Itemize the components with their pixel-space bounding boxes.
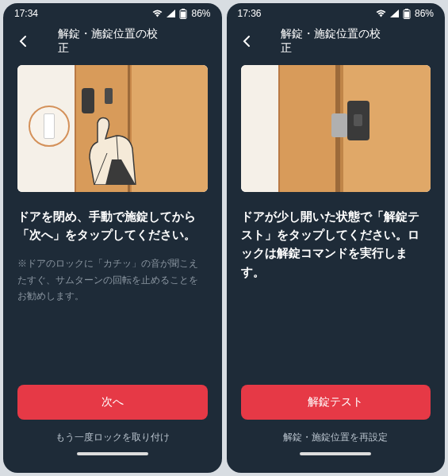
content-area: ドアを閉め、手動で施錠してから「次へ」をタップしてください。 ※ドアのロックに「…: [3, 59, 222, 473]
signal-icon: [167, 10, 175, 17]
battery-percent: 86%: [415, 8, 434, 19]
nav-handle[interactable]: [77, 452, 148, 455]
status-icons: 86%: [152, 8, 210, 19]
app-header: 解錠・施錠位置の校正: [227, 24, 446, 59]
wifi-icon: [376, 10, 386, 17]
page-title: 解錠・施錠位置の校正: [58, 27, 167, 56]
status-icons: 86%: [376, 8, 434, 19]
status-bar: 17:34 86%: [3, 3, 222, 24]
instruction-sub: ※ドアのロックに「カチッ」の音が聞こえたすぐ、サムターンの回転を止めることをお勧…: [17, 255, 208, 304]
content-area: ドアが少し開いた状態で「解錠テスト」をタップしてください。ロックは解錠コマンドを…: [227, 59, 446, 473]
illustration-door-ajar: [241, 65, 431, 192]
wifi-icon: [152, 10, 163, 17]
battery-icon: [179, 9, 187, 19]
unlock-test-button[interactable]: 解錠テスト: [241, 385, 431, 420]
recalibrate-link[interactable]: 解錠・施錠位置を再設定: [241, 431, 431, 444]
hand-icon: [82, 113, 145, 185]
nav-handle[interactable]: [300, 452, 371, 455]
battery-percent: 86%: [191, 8, 210, 19]
status-time: 17:36: [238, 8, 262, 19]
illustration-lock-manual: [17, 65, 208, 192]
door-latch-icon: [331, 113, 347, 137]
status-time: 17:34: [14, 8, 38, 19]
smart-lock-icon: [347, 101, 370, 140]
phone-screen-2: 17:36 86% 解錠・施錠位置の校正: [227, 3, 446, 473]
back-button[interactable]: [11, 29, 36, 54]
instruction-main: ドアを閉め、手動で施錠してから「次へ」をタップしてください。: [17, 208, 208, 244]
app-header: 解錠・施錠位置の校正: [3, 24, 222, 59]
next-button[interactable]: 次へ: [17, 385, 208, 420]
battery-icon: [403, 9, 411, 19]
svg-rect-5: [404, 11, 409, 17]
page-title: 解錠・施錠位置の校正: [281, 27, 390, 56]
instruction-main: ドアが少し開いた状態で「解錠テスト」をタップしてください。ロックは解錠コマンドを…: [241, 208, 431, 282]
signal-icon: [390, 10, 399, 17]
svg-rect-2: [181, 11, 186, 17]
zoom-detail-icon: [29, 106, 70, 147]
reinstall-lock-link[interactable]: もう一度ロックを取り付け: [17, 431, 208, 444]
back-button[interactable]: [235, 29, 260, 54]
phone-screen-1: 17:34 86% 解錠・施錠位置の校正: [3, 3, 222, 473]
status-bar: 17:36 86%: [227, 3, 446, 24]
